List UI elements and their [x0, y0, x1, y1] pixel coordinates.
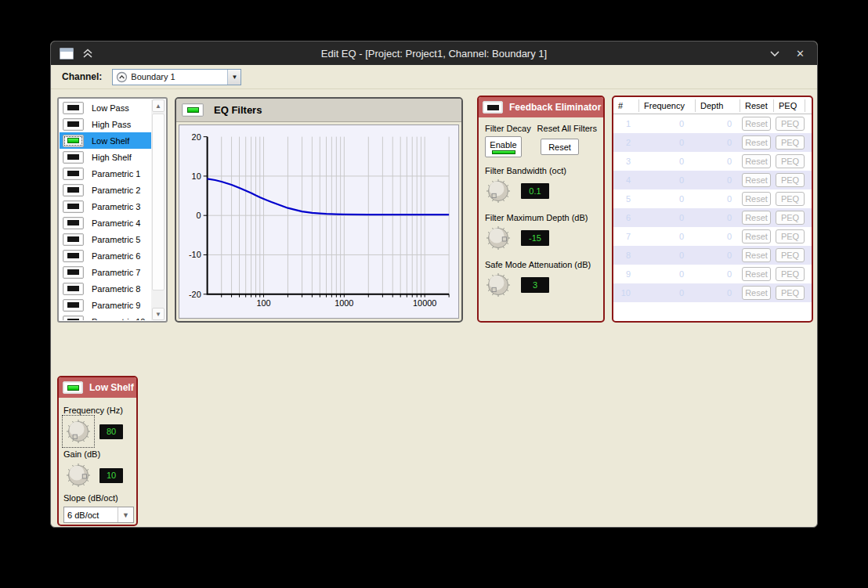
filter-list-label: Parametric 10 — [92, 317, 145, 321]
filter-led-button[interactable] — [63, 118, 84, 131]
safe-mode-attenuation-db--label: Safe Mode Attenuation (dB) — [485, 260, 597, 269]
filter-list-item-parametric-9[interactable]: Parametric 9 — [60, 297, 151, 313]
low-shelf-led-button[interactable] — [63, 381, 83, 394]
reset-button[interactable]: Reset — [742, 267, 771, 281]
filter-list-item-low-shelf[interactable]: Low Shelf — [60, 132, 151, 149]
peq-button[interactable]: PEQ — [776, 248, 805, 262]
filter-list-item-parametric-8[interactable]: Parametric 8 — [60, 280, 151, 297]
knob-row: 3 — [485, 272, 597, 298]
filter-led-button[interactable] — [63, 299, 84, 312]
eq-filters-led-button[interactable] — [182, 103, 204, 117]
scroll-up-icon[interactable]: ▲ — [152, 99, 165, 112]
cell-peq: PEQ — [774, 248, 805, 262]
gain-db--knob[interactable] — [65, 462, 92, 489]
svg-text:20: 20 — [192, 132, 201, 142]
cell-reset: Reset — [740, 192, 774, 206]
cell-num: 9 — [613, 269, 639, 279]
filter-decay-label: Filter Decay — [485, 124, 531, 133]
peq-button[interactable]: PEQ — [776, 192, 805, 206]
filter-maximum-depth-db--knob[interactable] — [485, 225, 512, 251]
filter-list-item-parametric-10[interactable]: Parametric 10 — [60, 313, 151, 320]
cell-frequency: 0 — [639, 251, 696, 260]
close-icon[interactable]: ✕ — [796, 48, 805, 60]
feedback-eliminator-led-button[interactable] — [483, 101, 503, 114]
scrollbar-thumb[interactable] — [152, 114, 165, 290]
channel-combobox[interactable]: Boundary 1 ▼ — [112, 69, 241, 85]
table-row: 400ResetPEQ — [613, 171, 812, 189]
reset-button[interactable]: Reset — [742, 229, 771, 243]
filter-led-button[interactable] — [63, 233, 84, 246]
slope-dropdown-arrow[interactable]: ▼ — [118, 507, 133, 522]
peq-button[interactable]: PEQ — [776, 135, 805, 150]
filter-maximum-depth-db--display: -15 — [521, 230, 549, 246]
frequency-hz--knob[interactable] — [65, 418, 92, 445]
filter-list-item-high-pass[interactable]: High Pass — [60, 116, 151, 132]
reset-button[interactable]: Reset — [742, 211, 771, 225]
reset-all-filters-button[interactable]: Reset — [541, 139, 579, 155]
filter-list-scrollbar[interactable]: ▲ ▼ — [151, 99, 165, 320]
slope-combobox[interactable]: 6 dB/oct ▼ — [63, 507, 134, 523]
cell-reset: Reset — [740, 135, 774, 150]
peq-button[interactable]: PEQ — [776, 211, 805, 225]
channel-dropdown-arrow[interactable]: ▼ — [227, 70, 241, 85]
peq-button[interactable]: PEQ — [776, 117, 805, 131]
scroll-down-icon[interactable]: ▼ — [152, 308, 165, 320]
filter-led-button[interactable] — [63, 250, 84, 262]
filter-list-item-parametric-6[interactable]: Parametric 6 — [60, 247, 151, 264]
filter-list-item-parametric-1[interactable]: Parametric 1 — [60, 165, 151, 182]
safe-mode-attenuation-db--knob[interactable] — [485, 272, 512, 298]
filter-list-item-parametric-3[interactable]: Parametric 3 — [60, 198, 151, 215]
peq-button[interactable]: PEQ — [776, 267, 805, 281]
reset-button[interactable]: Reset — [742, 117, 771, 131]
column-header-depth: Depth — [696, 99, 740, 112]
filter-bandwidth-oct--knob[interactable] — [485, 178, 512, 204]
filter-led-button[interactable] — [63, 168, 84, 180]
peq-button[interactable]: PEQ — [776, 173, 805, 187]
filter-list-item-low-pass[interactable]: Low Pass — [60, 99, 151, 116]
main-content: Low PassHigh PassLow ShelfHigh ShelfPara… — [51, 89, 817, 528]
filter-led-button[interactable] — [63, 283, 84, 295]
peq-button[interactable]: PEQ — [776, 154, 805, 168]
filter-list-item-high-shelf[interactable]: High Shelf — [60, 149, 151, 165]
cell-frequency: 0 — [639, 213, 696, 222]
filter-led-button[interactable] — [63, 184, 84, 197]
reset-button[interactable]: Reset — [742, 248, 771, 262]
filter-list-label: Parametric 7 — [92, 268, 140, 277]
filter-list-item-parametric-5[interactable]: Parametric 5 — [60, 231, 151, 247]
table-row: 900ResetPEQ — [613, 265, 812, 283]
filter-list-item-parametric-4[interactable]: Parametric 4 — [60, 215, 151, 231]
rollup-chevrons-icon[interactable] — [82, 49, 93, 59]
reset-button[interactable]: Reset — [742, 286, 771, 300]
cell-depth: 0 — [696, 194, 740, 204]
filter-list-label: High Shelf — [92, 153, 132, 162]
filter-led-button[interactable] — [63, 316, 84, 321]
filter-decay-enable-button[interactable]: Enable — [485, 136, 522, 157]
led-indicator — [67, 269, 79, 275]
filter-led-button[interactable] — [63, 200, 84, 213]
reset-button[interactable]: Reset — [742, 192, 771, 206]
peq-button[interactable]: PEQ — [776, 229, 805, 243]
filter-type-list: Low PassHigh PassLow ShelfHigh ShelfPara… — [57, 97, 168, 323]
filter-led-button[interactable] — [63, 102, 84, 114]
cell-num: 10 — [613, 288, 639, 298]
filter-list-item-parametric-2[interactable]: Parametric 2 — [60, 182, 151, 198]
filter-list-label: Parametric 6 — [92, 251, 140, 261]
cell-num: 1 — [613, 119, 639, 128]
channel-speaker-icon — [116, 71, 128, 83]
filter-list-item-parametric-7[interactable]: Parametric 7 — [60, 264, 151, 280]
filter-led-button[interactable] — [63, 217, 84, 229]
cell-reset: Reset — [740, 117, 774, 131]
minimize-chevron-icon[interactable] — [769, 50, 780, 57]
table-row: 800ResetPEQ — [613, 246, 812, 265]
filter-led-button[interactable] — [63, 266, 84, 279]
reset-button[interactable]: Reset — [742, 135, 771, 150]
reset-button[interactable]: Reset — [742, 173, 771, 187]
filter-led-button[interactable] — [63, 135, 84, 147]
filter-led-button[interactable] — [63, 151, 84, 164]
led-indicator — [67, 171, 79, 176]
cell-frequency: 0 — [639, 288, 696, 298]
window-system-icon[interactable] — [60, 48, 74, 60]
reset-button[interactable]: Reset — [742, 154, 771, 168]
peq-button[interactable]: PEQ — [776, 286, 805, 300]
feedback-eliminator-title: Feedback Eliminator — [509, 102, 601, 113]
